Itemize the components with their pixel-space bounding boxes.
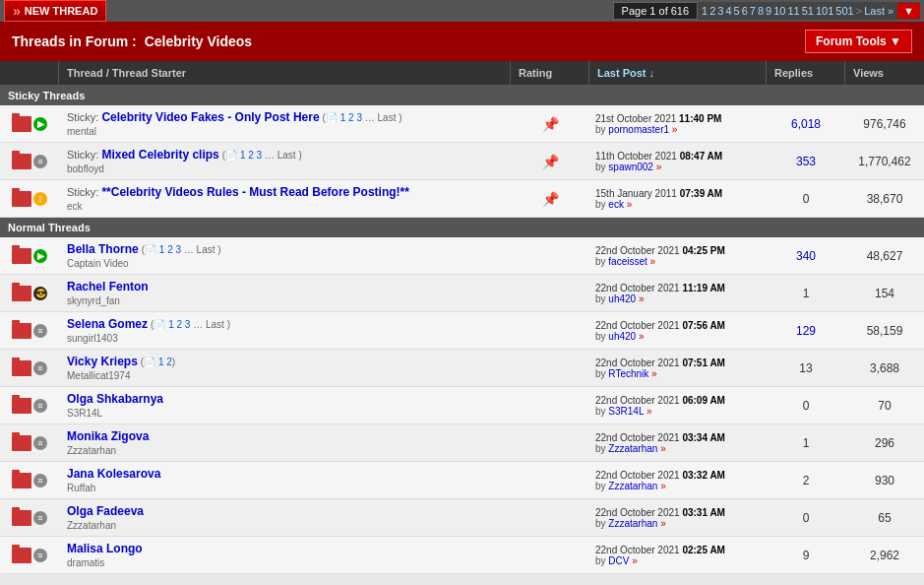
views-cell: 1,770,462 [845,143,924,179]
thread-row: ≡ Sticky: Mixed Celebrity clips (📄 1 2 3… [0,143,924,180]
page-link-51[interactable]: 51 [802,5,814,17]
thread-link[interactable]: Olga Shkabarnya [67,392,163,406]
folder-icon [12,116,31,132]
folder-icon [12,154,31,169]
last-page-link[interactable]: Last » [864,5,893,17]
thread-link[interactable]: **Celebrity Videos Rules - Must Read Bef… [101,185,409,199]
last-post-user-link[interactable]: uh420 [608,293,636,304]
thread-page-link-3[interactable]: 3 [175,244,181,255]
page-link-5[interactable]: 5 [734,5,740,17]
replies-link[interactable]: 353 [796,155,816,168]
thread-pages: (📄 1 2 3 … Last ) [222,150,302,161]
last-post-date: 22nd October 2021 07:56 AM [595,320,761,331]
thread-link[interactable]: Malisa Longo [67,542,143,555]
thread-page-link-2[interactable]: 2 [176,319,182,330]
col-icon [0,61,59,85]
thread-page-link-1[interactable]: 1 [340,112,346,123]
last-post-by: by RTechnik » [595,368,761,379]
new-thread-button[interactable]: » NEW THREAD [4,0,106,22]
thread-link[interactable]: Jana Kolesarova [67,467,160,481]
thread-link[interactable]: Mixed Celebrity clips [101,148,218,162]
col-last-post-link[interactable]: Last Post ↓ [597,67,654,79]
replies-cell: 9 [767,537,845,573]
thread-title-cell: Malisa Longo dramatis [59,537,511,573]
last-post-date: 22nd October 2021 07:51 AM [595,358,761,368]
thread-page-link-1[interactable]: 1 [158,357,164,367]
last-post-user-link[interactable]: S3R14L [608,406,644,417]
last-post-date: 22nd October 2021 03:32 AM [595,470,761,481]
thread-link[interactable]: Olga Fadeeva [67,504,144,518]
thread-link[interactable]: Selena Gomez [67,317,148,331]
page-link-10[interactable]: 10 [773,5,785,17]
thread-page-link-2[interactable]: 2 [166,357,172,367]
page-link-6[interactable]: 6 [742,5,748,17]
thread-starter: Zzzatarhan [67,445,503,456]
page-link-101[interactable]: 101 [816,5,833,17]
last-post-user-link[interactable]: Zzzatarhan [608,443,657,454]
folder-icon [12,473,31,488]
replies-count: 2 [803,474,810,488]
views-cell: 930 [845,462,924,498]
page-link-7[interactable]: 7 [750,5,756,17]
status-icon: ≡ [33,436,47,450]
page-link-9[interactable]: 9 [766,5,771,17]
page-link-4[interactable]: 4 [725,5,731,17]
status-icon: ≡ [33,474,47,488]
last-post-user-link[interactable]: uh420 [608,331,636,342]
page-link-1[interactable]: 1 [702,5,708,17]
replies-link[interactable]: 6,018 [791,117,821,131]
page-link-3[interactable]: 3 [717,5,723,17]
folder-icon [12,248,31,264]
status-icon: ≡ [33,511,47,525]
views-cell: 48,627 [845,237,924,274]
pagination-dropdown[interactable]: ▼ [897,3,920,19]
thread-page-link-3[interactable]: 3 [185,319,191,330]
thread-link[interactable]: Monika Zigova [67,429,149,443]
last-post-user-link[interactable]: eck [608,199,624,210]
last-post-by: by faceisset » [595,256,761,267]
thread-icon-cell: ≡ [0,424,59,461]
page-link-2[interactable]: 2 [709,5,715,17]
thread-page-link-1[interactable]: 1 [168,319,174,330]
replies-cell: 0 [767,387,845,423]
thread-icon-cell: ≡ [0,499,59,536]
last-post-user-link[interactable]: Zzzatarhan [608,518,657,529]
thread-link[interactable]: Vicky Krieps [67,355,138,368]
thread-row: ≡ Selena Gomez (📄 1 2 3 … Last ) sungirl… [0,312,924,350]
page-link-501[interactable]: 501 [835,5,853,17]
replies-link[interactable]: 340 [796,249,816,263]
last-post-arrows: » [627,199,633,210]
thread-page-link-1[interactable]: 1 [159,244,165,255]
last-post-cell: 22nd October 2021 03:34 AM by Zzzatarhan… [589,424,767,461]
rating-cell [511,424,589,461]
forum-tools-button[interactable]: Forum Tools ▼ [805,30,912,53]
thread-page-link-1[interactable]: 1 [240,150,246,161]
page-link-11[interactable]: 11 [787,5,799,17]
last-post-date: 22nd October 2021 06:09 AM [595,395,761,406]
thread-link[interactable]: Bella Thorne [67,242,139,256]
replies-cell: 1 [767,424,845,461]
replies-count: 13 [799,361,812,375]
thread-page-link-2[interactable]: 2 [248,150,254,161]
page-link-8[interactable]: 8 [758,5,764,17]
page-links: 1 2 3 4 5 6 7 8 9 10 11 51 101 501 > Las… [698,5,897,17]
replies-link[interactable]: 129 [796,324,816,338]
last-post-user-link[interactable]: RTechnik [608,368,648,379]
last-post-user-link[interactable]: spawn002 [608,162,653,172]
last-post-time: 11:40 PM [679,113,721,124]
thread-link[interactable]: Celebrity Video Fakes - Only Post Here [101,110,319,124]
thread-page-link-3[interactable]: 3 [257,150,263,161]
last-post-user-link[interactable]: Zzzatarhan [608,481,657,491]
thread-page-link-3[interactable]: 3 [356,112,362,123]
last-post-user-link[interactable]: DCV [608,555,629,566]
title-line: Malisa Longo [67,542,503,555]
thread-page-link-2[interactable]: 2 [348,112,354,123]
last-post-user-link[interactable]: faceisset [608,256,647,267]
thread-pages: (📄 1 2 3 … Last ) [151,319,230,330]
thread-page-link-2[interactable]: 2 [167,244,173,255]
thread-title-cell: Olga Fadeeva Zzzatarhan [59,499,511,536]
thread-row: ▶ Bella Thorne (📄 1 2 3 … Last ) Captain… [0,237,924,275]
last-post-user-link[interactable]: pornomaster1 [608,124,669,135]
status-icon: 😎 [33,287,47,300]
thread-link[interactable]: Rachel Fenton [67,280,149,293]
